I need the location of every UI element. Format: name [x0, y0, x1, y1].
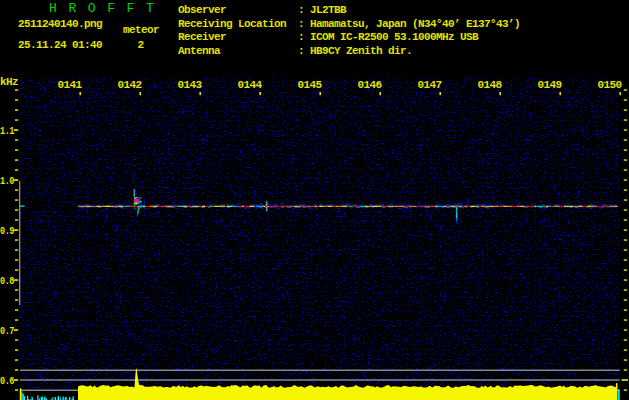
svg-text:0.9: 0.9: [0, 225, 14, 237]
svg-text:0.8: 0.8: [0, 275, 15, 287]
svg-text:Observer: Observer: [178, 4, 226, 16]
svg-text:: JL2TBB: : JL2TBB: [298, 4, 347, 16]
svg-text:: Hamamatsu, Japan (N34°40’ E1: : Hamamatsu, Japan (N34°40’ E137°43’): [298, 18, 520, 30]
svg-text:0141: 0141: [57, 79, 82, 91]
svg-text:0144: 0144: [237, 79, 262, 91]
svg-text:Receiving Location: Receiving Location: [178, 18, 286, 30]
svg-text:Antenna: Antenna: [178, 45, 221, 57]
svg-text:0143: 0143: [177, 79, 202, 91]
svg-text:: ICOM IC-R2500 53.1000MHz USB: : ICOM IC-R2500 53.1000MHz USB: [298, 31, 479, 43]
svg-text:: HB9CY Zenith dir.: : HB9CY Zenith dir.: [298, 45, 412, 57]
svg-text:0147: 0147: [417, 79, 441, 91]
svg-text:1.1: 1.1: [0, 125, 15, 137]
svg-text:HROFFT: HROFFT: [49, 1, 165, 16]
svg-text:0148: 0148: [477, 79, 502, 91]
svg-text:meteor: meteor: [123, 24, 159, 36]
svg-text:2: 2: [138, 39, 144, 51]
svg-text:25.11.24 01:40: 25.11.24 01:40: [18, 39, 102, 51]
svg-text:0.6: 0.6: [0, 375, 14, 387]
svg-text:0149: 0149: [537, 79, 561, 91]
svg-text:kHz: kHz: [0, 76, 18, 88]
svg-text:2511240140.png: 2511240140.png: [18, 18, 102, 30]
svg-text:Receiver: Receiver: [178, 31, 226, 43]
svg-text:0150: 0150: [597, 79, 621, 91]
svg-text:0142: 0142: [117, 79, 141, 91]
svg-text:0.7: 0.7: [0, 325, 14, 337]
svg-text:0146: 0146: [357, 79, 381, 91]
svg-text:0145: 0145: [297, 79, 322, 91]
svg-text:1.0: 1.0: [0, 175, 14, 187]
